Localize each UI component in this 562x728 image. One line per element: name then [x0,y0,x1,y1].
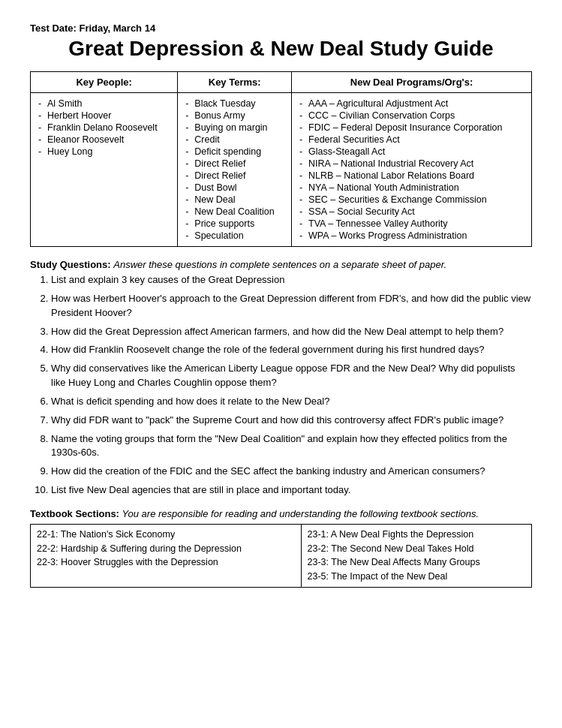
list-item: List and explain 3 key causes of the Gre… [51,273,532,287]
list-item: What is deficit spending and how does it… [51,395,532,409]
textbook-col1: 22-1: The Nation's Sick Economy22-2: Har… [31,524,302,587]
list-item: Why did conservatives like the American … [51,362,532,390]
list-item: NYA – National Youth Administration [298,182,525,194]
list-item: 22-1: The Nation's Sick Economy [37,528,295,542]
list-item: CCC – Civilian Conservation Corps [298,110,525,122]
list-item: AAA – Agricultural Adjustment Act [298,98,525,110]
study-questions-note: Answer these questions in complete sente… [113,259,446,270]
list-item: 23-1: A New Deal Fights the Depression [308,528,525,542]
key-table: Key People: Key Terms: New Deal Programs… [30,71,532,247]
list-item: Deficit spending [184,146,285,158]
list-item: NLRB – National Labor Relations Board [298,170,525,182]
list-item: List five New Deal agencies that are sti… [51,483,532,498]
list-item: Speculation [184,230,285,242]
list-item: Credit [184,134,285,146]
col1-people: Al SmithHerbert HooverFranklin Delano Ro… [31,93,178,247]
list-item: Franklin Delano Roosevelt [37,122,171,134]
main-title: Great Depression & New Deal Study Guide [30,37,532,61]
list-item: New Deal Coalition [184,206,285,218]
study-questions-list: List and explain 3 key causes of the Gre… [51,273,532,498]
list-item: 22-2: Hardship & Suffering during the De… [37,542,295,556]
list-item: Name the voting groups that form the "Ne… [51,432,532,461]
list-item: Federal Securities Act [298,134,525,146]
list-item: Glass-Steagall Act [298,146,525,158]
list-item: NIRA – National Industrial Recovery Act [298,158,525,170]
list-item: 23-5: The Impact of the New Deal [308,570,525,584]
list-item: 22-3: Hoover Struggles with the Depressi… [37,555,295,570]
study-questions-section: Study Questions: Answer these questions … [30,259,532,498]
col2-terms: Black TuesdayBonus ArmyBuying on marginC… [178,93,292,247]
list-item: Black Tuesday [184,98,285,110]
list-item: How was Herbert Hoover's approach to the… [51,292,532,320]
list-item: How did the Great Depression affect Amer… [51,325,532,339]
list-item: Bonus Army [184,110,285,122]
list-item: Dust Bowl [184,182,285,194]
textbook-section: Textbook Sections: You are responsible f… [30,508,532,588]
list-item: Direct Relief [184,158,285,170]
list-item: Buying on margin [184,122,285,134]
list-item: Herbert Hoover [37,110,171,122]
list-item: 23-3: The New Deal Affects Many Groups [308,555,525,570]
textbook-col2: 23-1: A New Deal Fights the Depression23… [301,524,531,587]
list-item: How did the creation of the FDIC and the… [51,465,532,479]
list-item: Direct Relief [184,170,285,182]
list-item: Al Smith [37,98,171,110]
list-item: 23-2: The Second New Deal Takes Hold [308,542,525,556]
col3-header: New Deal Programs/Org's: [292,72,532,93]
textbook-note: You are responsible for reading and unde… [122,508,479,519]
list-item: Eleanor Roosevelt [37,134,171,146]
list-item: Huey Long [37,146,171,158]
list-item: WPA – Works Progress Administration [298,230,525,242]
list-item: Why did FDR want to "pack" the Supreme C… [51,414,532,428]
textbook-table: 22-1: The Nation's Sick Economy22-2: Har… [30,524,532,588]
col1-header: Key People: [31,72,178,93]
list-item: FDIC – Federal Deposit Insurance Corpora… [298,122,525,134]
list-item: SSA – Social Security Act [298,206,525,218]
textbook-label: Textbook Sections: [30,508,119,519]
study-questions-label: Study Questions: [30,259,111,270]
list-item: How did Franklin Roosevelt change the ro… [51,343,532,357]
col3-programs: AAA – Agricultural Adjustment ActCCC – C… [292,93,532,247]
test-date: Test Date: Friday, March 14 [30,23,532,34]
list-item: SEC – Securities & Exchange Commission [298,194,525,206]
col2-header: Key Terms: [178,72,292,93]
list-item: Price supports [184,218,285,230]
list-item: TVA – Tennessee Valley Authority [298,218,525,230]
list-item: New Deal [184,194,285,206]
